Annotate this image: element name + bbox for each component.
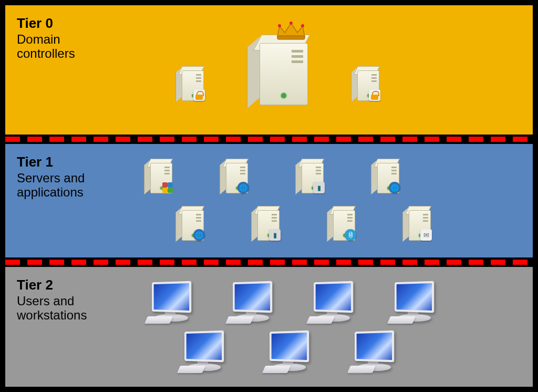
tier-diagram: Tier 0 Domain controllers	[0, 0, 538, 392]
server-icon: ▮	[254, 206, 278, 240]
tier-0-icons	[95, 5, 522, 135]
tier-separator-1	[5, 135, 533, 144]
tier-2-icons	[95, 267, 522, 387]
web-server-3: 🌐	[179, 206, 203, 240]
lock-icon	[193, 89, 205, 101]
puzzle-icon	[162, 182, 173, 193]
database-icon: 🛢	[345, 229, 356, 241]
big-server-icon	[252, 24, 310, 103]
svg-rect-3	[277, 36, 305, 39]
tier-2-band: Tier 2 Users and workstations	[5, 267, 533, 387]
workstation-3	[307, 282, 355, 324]
server-icon: 🌐	[223, 159, 247, 192]
server-icon: ✉	[406, 206, 430, 240]
monitor-icon	[226, 282, 274, 324]
mail-server: ✉	[406, 206, 430, 240]
server-icon	[354, 66, 378, 100]
tier-1-band: Tier 1 Servers and applications 🌐	[5, 144, 533, 257]
king-domain-controller	[252, 24, 310, 103]
crown-icon	[275, 21, 307, 41]
svg-point-1	[289, 22, 293, 25]
globe-icon: 🌐	[389, 182, 400, 193]
app-server-puzzle	[147, 159, 171, 192]
web-server-2: 🌐	[374, 159, 398, 192]
monitor-icon	[178, 331, 226, 373]
server-icon	[179, 66, 203, 100]
workstation-1	[145, 282, 193, 324]
tier-0-band: Tier 0 Domain controllers	[5, 5, 533, 135]
mail-icon: ✉	[420, 229, 432, 241]
workstation-7	[348, 331, 396, 373]
chip-icon: ▮	[313, 182, 325, 193]
monitor-icon	[145, 282, 193, 324]
chip-server-2: ▮	[254, 206, 278, 240]
db-server: 🛢	[330, 206, 354, 240]
chip-icon: ▮	[269, 229, 281, 241]
server-icon: ▮	[298, 159, 323, 192]
workstation-4	[388, 282, 436, 324]
svg-point-0	[278, 24, 281, 27]
svg-point-2	[301, 24, 304, 27]
workstation-5	[178, 331, 226, 373]
globe-icon: 🌐	[237, 182, 249, 193]
tier-separator-2	[5, 257, 533, 267]
server-icon: 🛢	[330, 206, 354, 240]
tier-1-icons: 🌐 ▮ 🌐	[95, 144, 522, 257]
chip-server-1: ▮	[298, 159, 323, 192]
workstation-6	[263, 331, 311, 373]
monitor-icon	[348, 331, 396, 373]
server-icon: 🌐	[179, 206, 203, 240]
lock-icon	[369, 89, 380, 101]
monitor-icon	[307, 282, 355, 324]
globe-icon: 🌐	[193, 229, 205, 241]
server-icon: 🌐	[374, 159, 398, 192]
monitor-icon	[263, 331, 311, 373]
workstation-2	[226, 282, 274, 324]
locked-server-right	[354, 66, 378, 100]
web-server-1: 🌐	[223, 159, 247, 192]
monitor-icon	[388, 282, 436, 324]
server-icon	[147, 159, 171, 192]
locked-server-left	[179, 66, 203, 100]
